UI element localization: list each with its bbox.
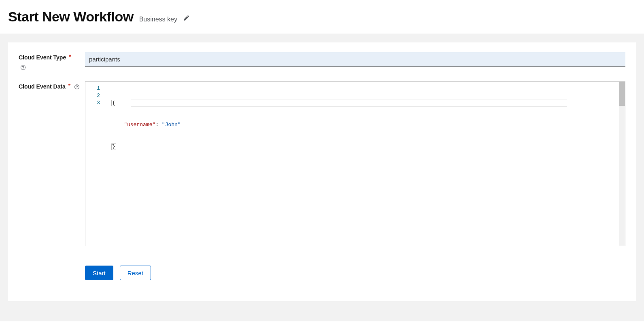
label-col-event-data: Cloud Event Data * [19,81,85,90]
json-key: "username" [124,122,155,128]
start-button[interactable]: Start [85,266,113,280]
help-icon-event-data[interactable] [74,84,80,90]
page-root: Start New Workflow Business key Cloud Ev… [0,0,644,325]
json-string: "John" [162,122,181,128]
reset-button[interactable]: Reset [120,266,151,280]
line-underline [131,99,567,99]
label-event-data: Cloud Event Data [19,83,66,90]
json-colon: : [155,122,162,128]
required-marker: * [69,54,71,61]
svg-point-1 [23,68,23,69]
gutter-line: 2 [89,92,100,99]
brace-open: { [111,100,116,106]
header-divider [0,34,644,42]
page-title: Start New Workflow [8,9,134,25]
help-icon-event-type[interactable] [20,65,26,70]
event-data-editor[interactable]: 1 2 3 { "username": "John" } [85,81,625,246]
code-line: { [111,99,619,107]
control-col-event-type [85,52,625,67]
code-scroll-thumb[interactable] [619,82,625,106]
label-col-event-type: Cloud Event Type * [19,52,85,71]
code-body[interactable]: { "username": "John" } [105,82,619,246]
code-minimap [573,86,606,91]
code-scrollbar[interactable] [619,82,625,246]
control-col-event-data: 1 2 3 { "username": "John" } [85,81,625,246]
svg-point-3 [77,88,77,88]
business-key-label: Business key [139,16,177,23]
brace-close: } [111,144,116,150]
required-marker: * [68,83,70,90]
gutter-line: 3 [89,99,100,107]
content-wrap: Cloud Event Type * [0,42,644,321]
form-card: Cloud Event Type * [8,42,636,301]
code-line: "username": "John" [111,121,619,129]
event-type-input[interactable] [85,52,625,67]
line-underline [131,92,567,92]
gutter-line: 1 [89,85,100,92]
label-event-type: Cloud Event Type [19,54,66,61]
edit-icon[interactable] [183,15,189,21]
row-event-data: Cloud Event Data * 1 2 [19,81,625,246]
button-row: Start Reset [19,266,625,280]
page-header: Start New Workflow Business key [0,0,644,34]
code-line: } [111,143,619,150]
code-gutter: 1 2 3 [85,82,105,246]
line-underline [131,106,567,107]
row-event-type: Cloud Event Type * [19,52,625,71]
